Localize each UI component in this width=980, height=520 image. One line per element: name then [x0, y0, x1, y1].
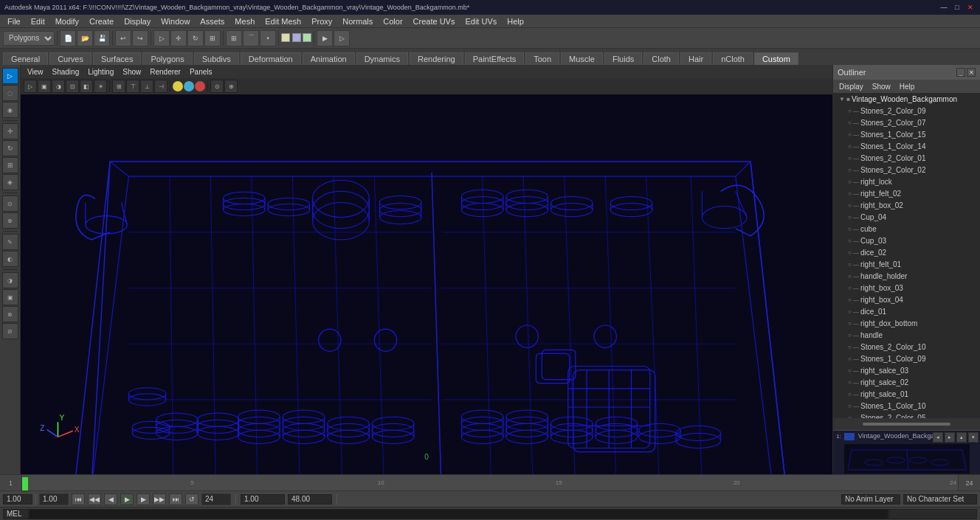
tb-scale[interactable]: ⊞	[204, 30, 221, 46]
tb-snap-point[interactable]: •	[260, 30, 276, 46]
tb-render[interactable]: ▶	[317, 30, 333, 46]
tb-snap-grid[interactable]: ⊞	[226, 30, 242, 46]
tb-ipr[interactable]: ▷	[334, 30, 350, 46]
tb-color1[interactable]	[281, 33, 290, 42]
tab-hair[interactable]: Hair	[680, 52, 711, 65]
tool-lasso[interactable]: ◌	[2, 85, 18, 101]
character-set-field[interactable]: No Character Set	[903, 494, 977, 505]
list-item[interactable]: ○ — handle	[833, 329, 980, 341]
tab-fluids[interactable]: Fluids	[604, 52, 642, 65]
list-item[interactable]: ○ — right_dox_bottom	[833, 317, 980, 329]
tab-ncloth[interactable]: nCloth	[713, 52, 753, 65]
list-item[interactable]: ○ — Stones_2_Color_05	[833, 412, 980, 418]
minimize-button[interactable]: —	[939, 2, 949, 13]
tool-scale[interactable]: ⊞	[2, 157, 18, 173]
menu-color[interactable]: Color	[379, 16, 407, 27]
anim-end-field[interactable]	[201, 493, 231, 505]
vp-tb-top[interactable]: ⊤	[126, 80, 139, 93]
menu-create[interactable]: Create	[85, 16, 118, 27]
list-item[interactable]: ○ — Stones_1_Color_15	[833, 128, 980, 140]
vp-tb-persp[interactable]: ⊞	[112, 80, 125, 93]
mini-viewport[interactable]: 1: Vintage_Wooden_Backga... ◂ ▸ ▴ ▾	[833, 430, 980, 474]
outliner-scrollbar[interactable]	[833, 418, 980, 430]
tab-painteffects[interactable]: PaintEffects	[465, 52, 525, 65]
mini-vp-btn3[interactable]: ▴	[956, 432, 967, 443]
tb-color2[interactable]	[292, 33, 301, 42]
playback-start-btn[interactable]: ⏮	[72, 493, 85, 505]
tool-paint-select[interactable]: ◉	[2, 102, 18, 118]
tab-toon[interactable]: Toon	[525, 52, 559, 65]
tb-snap-curve[interactable]: ⌒	[243, 30, 259, 46]
tb-redo[interactable]: ↪	[132, 30, 148, 46]
viewport-canvas[interactable]: X Y Z 0	[21, 94, 832, 474]
tb-open[interactable]: 📂	[77, 30, 93, 46]
mode-dropdown[interactable]: Polygons	[3, 31, 55, 46]
vp-tb-side[interactable]: ⊣	[154, 80, 168, 93]
playback-play-btn[interactable]: ▶	[120, 493, 134, 505]
menu-file[interactable]: File	[3, 16, 25, 27]
tb-color3[interactable]	[303, 33, 311, 42]
list-item[interactable]: ○ — right_box_03	[833, 282, 980, 294]
mini-vp-btn2[interactable]: ▸	[945, 432, 955, 443]
list-item[interactable]: ○ — right_salce_03	[833, 364, 980, 376]
tab-animation[interactable]: Animation	[303, 52, 355, 65]
maximize-button[interactable]: □	[952, 2, 962, 13]
tool-sculpt[interactable]: ◐	[2, 251, 18, 267]
anim-layer-field[interactable]: No Anim Layer	[841, 494, 900, 505]
vp-color-red[interactable]	[195, 81, 205, 91]
list-item[interactable]: ○ — Stones_2_Color_07	[833, 117, 980, 128]
vp-tb-camera[interactable]: ▷	[24, 80, 37, 93]
tab-cloth[interactable]: Cloth	[643, 52, 679, 65]
anim-range-start[interactable]: 1.00	[241, 494, 285, 505]
tab-rendering[interactable]: Rendering	[410, 52, 463, 65]
list-item[interactable]: ○ — Stones_1_Color_09	[833, 353, 980, 364]
playback-prev-frame-btn[interactable]: ◀	[104, 493, 117, 505]
list-item[interactable]: ○ — cube	[833, 223, 980, 235]
list-item[interactable]: ○ — Stones_1_Color_14	[833, 140, 980, 152]
outliner-list[interactable]: ▼ ■ Vintage_Wooden_Backgammon ○ — Stones…	[833, 93, 980, 418]
tool-paint-attr[interactable]: ✎	[2, 234, 18, 250]
menu-normals[interactable]: Normals	[338, 16, 377, 27]
close-button[interactable]: ✕	[965, 2, 976, 13]
playback-loop-btn[interactable]: ↺	[185, 493, 199, 505]
command-input[interactable]	[29, 509, 888, 519]
vp-menu-panels[interactable]: Panels	[186, 68, 216, 76]
menu-proxy[interactable]: Proxy	[307, 16, 337, 27]
list-item[interactable]: ○ — right_felt_01	[833, 258, 980, 270]
vp-tb-wireframe[interactable]: ⊡	[66, 80, 79, 93]
playback-next-btn[interactable]: ▶▶	[153, 493, 166, 505]
tool-soft-mod[interactable]: ⊙	[2, 195, 18, 212]
playback-prev-btn[interactable]: ◀◀	[88, 493, 101, 505]
tb-rotate[interactable]: ↻	[187, 30, 204, 46]
vp-tb-textured[interactable]: ◧	[80, 80, 93, 93]
tb-move[interactable]: ✛	[170, 30, 187, 46]
list-item[interactable]: ○ — dice_02	[833, 246, 980, 258]
menu-assets[interactable]: Assets	[196, 16, 229, 27]
list-item[interactable]: ○ — dice_01	[833, 305, 980, 317]
outliner-close[interactable]: ✕	[967, 68, 976, 77]
tab-custom[interactable]: Custom	[754, 52, 798, 65]
timeline-area[interactable]: 1 1 5 10 15 20 24 24	[0, 474, 980, 490]
tab-deformation[interactable]: Deformation	[241, 52, 301, 65]
vp-tb-snap2[interactable]: ⊕	[224, 80, 238, 93]
vp-tb-front[interactable]: ⊥	[140, 80, 153, 93]
tb-undo[interactable]: ↩	[115, 30, 131, 46]
vp-color-blue[interactable]	[184, 81, 194, 91]
tab-muscle[interactable]: Muscle	[561, 52, 603, 65]
outliner-menu-display[interactable]: Display	[836, 83, 866, 91]
vp-tb-snap1[interactable]: ⊙	[210, 80, 224, 93]
tool-move[interactable]: ✛	[2, 123, 18, 139]
current-frame-field[interactable]: 1.00	[3, 494, 32, 505]
anim-range-end[interactable]: 48.00	[288, 494, 332, 505]
outliner-menu-show[interactable]: Show	[869, 83, 894, 91]
tool-show-manip[interactable]: ⊕	[2, 212, 18, 229]
vp-color-yellow[interactable]	[173, 81, 183, 91]
list-item[interactable]: ○ — right_lock	[833, 176, 980, 187]
vp-tb-select[interactable]: ▣	[38, 80, 51, 93]
tab-surfaces[interactable]: Surfaces	[93, 52, 141, 65]
list-item[interactable]: ○ — right_salce_02	[833, 376, 980, 388]
timeline-ruler[interactable]: 1 5 10 15 20 24	[22, 475, 958, 490]
vp-menu-show[interactable]: Show	[119, 68, 145, 76]
menu-edit-mesh[interactable]: Edit Mesh	[260, 16, 306, 27]
list-item[interactable]: ○ — right_box_04	[833, 294, 980, 305]
